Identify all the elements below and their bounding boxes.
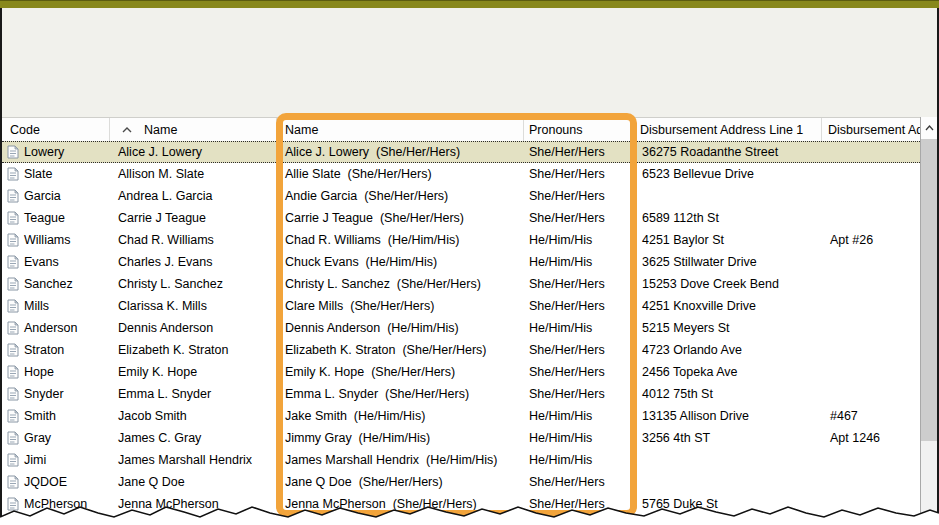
cell-name: Elizabeth K. Straton bbox=[110, 339, 277, 361]
cell-display-name: Dennis Anderson (He/Him/His) bbox=[277, 317, 524, 339]
table-row[interactable]: TeagueCarrie J TeagueCarrie J Teague (Sh… bbox=[2, 207, 920, 229]
table-row[interactable]: HopeEmily K. HopeEmily K. Hope (She/Her/… bbox=[2, 361, 920, 383]
cell-pronouns: She/Her/Hers bbox=[524, 185, 634, 207]
document-icon bbox=[7, 145, 19, 159]
cell-disbursement-address-1: 4251 Knoxville Drive bbox=[634, 295, 822, 317]
cell-disbursement-address-1: 5215 Meyers St bbox=[634, 317, 822, 339]
document-icon bbox=[7, 211, 19, 225]
cell-code: Straton bbox=[2, 339, 110, 361]
cell-display-name: Emma L. Snyder (She/Her/Hers) bbox=[277, 383, 524, 405]
column-header-disbursement-address-1[interactable]: Disbursement Address Line 1 bbox=[634, 118, 822, 141]
cell-disbursement-address-2 bbox=[822, 142, 920, 162]
cell-code: McPherson bbox=[2, 493, 110, 515]
table-row[interactable]: SlateAllison M. SlateAllie Slate (She/He… bbox=[2, 163, 920, 185]
cell-pronouns: She/Her/Hers bbox=[524, 339, 634, 361]
cell-name: Carrie J Teague bbox=[110, 207, 277, 229]
document-icon bbox=[7, 299, 19, 313]
cell-disbursement-address-2 bbox=[822, 361, 920, 383]
table-row[interactable]: LoweryAlice J. LoweryAlice J. Lowery (Sh… bbox=[2, 141, 920, 163]
table-row[interactable]: GrayJames C. GrayJimmy Gray (He/Him/His)… bbox=[2, 427, 920, 449]
table-row[interactable]: SmithJacob SmithJake Smith (He/Him/His)H… bbox=[2, 405, 920, 427]
document-icon bbox=[7, 343, 19, 357]
cell-code: Snyder bbox=[2, 383, 110, 405]
cell-name: Emma L. Snyder bbox=[110, 383, 277, 405]
cell-display-name: Chuck Evans (He/Him/His) bbox=[277, 251, 524, 273]
scrollbar-thumb[interactable] bbox=[921, 139, 937, 441]
cell-display-name: Jane Q Doe (She/Her/Hers) bbox=[277, 471, 524, 493]
cell-disbursement-address-1: 4012 75th St bbox=[634, 383, 822, 405]
document-icon bbox=[7, 475, 19, 489]
document-icon bbox=[7, 255, 19, 269]
column-header-name-sorted[interactable]: Name bbox=[110, 118, 277, 141]
cell-disbursement-address-2 bbox=[822, 273, 920, 295]
cell-code: Teague bbox=[2, 207, 110, 229]
cell-pronouns: She/Her/Hers bbox=[524, 361, 634, 383]
cell-name: Dennis Anderson bbox=[110, 317, 277, 339]
cell-code: Williams bbox=[2, 229, 110, 251]
cell-code: Sanchez bbox=[2, 273, 110, 295]
cell-name: James C. Gray bbox=[110, 427, 277, 449]
cell-disbursement-address-2 bbox=[822, 185, 920, 207]
cell-display-name: Andie Garcia (She/Her/Hers) bbox=[277, 185, 524, 207]
cell-disbursement-address-1: 4723 Orlando Ave bbox=[634, 339, 822, 361]
cell-pronouns: He/Him/His bbox=[524, 251, 634, 273]
cell-display-name: Alice J. Lowery (She/Her/Hers) bbox=[277, 142, 524, 162]
vertical-scrollbar[interactable] bbox=[920, 117, 937, 525]
cell-pronouns: She/Her/Hers bbox=[524, 493, 634, 515]
table-row[interactable]: EvansCharles J. EvansChuck Evans (He/Him… bbox=[2, 251, 920, 273]
cell-display-name: Chad R. Williams (He/Him/His) bbox=[277, 229, 524, 251]
table-row[interactable]: StratonElizabeth K. StratonElizabeth K. … bbox=[2, 339, 920, 361]
cell-code: Evans bbox=[2, 251, 110, 273]
cell-display-name: Carrie J Teague (She/Her/Hers) bbox=[277, 207, 524, 229]
header-panel bbox=[2, 8, 937, 117]
cell-disbursement-address-2: Apt #26 bbox=[822, 229, 920, 251]
document-icon bbox=[7, 321, 19, 335]
table-row[interactable]: MillsClarissa K. MillsClare Mills (She/H… bbox=[2, 295, 920, 317]
cell-disbursement-address-2 bbox=[822, 317, 920, 339]
table-row[interactable]: GarciaAndrea L. GarciaAndie Garcia (She/… bbox=[2, 185, 920, 207]
cell-code: Gray bbox=[2, 427, 110, 449]
column-header-disbursement-address-2[interactable]: Disbursement Ad bbox=[822, 118, 920, 141]
table-row[interactable]: WilliamsChad R. WilliamsChad R. Williams… bbox=[2, 229, 920, 251]
cell-disbursement-address-2 bbox=[822, 471, 920, 493]
cell-pronouns: She/Her/Hers bbox=[524, 471, 634, 493]
cell-name: Chad R. Williams bbox=[110, 229, 277, 251]
cell-display-name: Christy L. Sanchez (She/Her/Hers) bbox=[277, 273, 524, 295]
cell-disbursement-address-1: 3625 Stillwater Drive bbox=[634, 251, 822, 273]
cell-disbursement-address-1 bbox=[634, 185, 822, 207]
table-row[interactable]: SanchezChristy L. SanchezChristy L. Sanc… bbox=[2, 273, 920, 295]
cell-display-name: Jimmy Gray (He/Him/His) bbox=[277, 427, 524, 449]
cell-display-name: Jake Smith (He/Him/His) bbox=[277, 405, 524, 427]
cell-disbursement-address-1: 3256 4th ST bbox=[634, 427, 822, 449]
cell-pronouns: She/Her/Hers bbox=[524, 142, 634, 162]
cell-disbursement-address-1: 6589 112th St bbox=[634, 207, 822, 229]
document-icon bbox=[7, 387, 19, 401]
table-row[interactable]: SnyderEmma L. SnyderEmma L. Snyder (She/… bbox=[2, 383, 920, 405]
cell-display-name: Elizabeth K. Straton (She/Her/Hers) bbox=[277, 339, 524, 361]
column-header-display-name[interactable]: Name bbox=[277, 118, 524, 141]
cell-code: Garcia bbox=[2, 185, 110, 207]
cell-name: Jacob Smith bbox=[110, 405, 277, 427]
cell-display-name: Jenna McPherson (She/Her/Hers) bbox=[277, 493, 524, 515]
cell-disbursement-address-1: 13135 Allison Drive bbox=[634, 405, 822, 427]
table-row[interactable]: JQDOEJane Q DoeJane Q Doe (She/Her/Hers)… bbox=[2, 471, 920, 493]
cell-disbursement-address-2 bbox=[822, 295, 920, 317]
table-row[interactable]: JimiJames Marshall HendrixJames Marshall… bbox=[2, 449, 920, 471]
table-row[interactable]: McPhersonJenna McPhersonJenna McPherson … bbox=[2, 493, 920, 515]
scroll-up-icon[interactable] bbox=[921, 117, 937, 139]
cell-pronouns: She/Her/Hers bbox=[524, 383, 634, 405]
cell-pronouns: He/Him/His bbox=[524, 405, 634, 427]
cell-disbursement-address-2: #467 bbox=[822, 405, 920, 427]
employees-window: Employees for Casablanca ? Options: Pers… bbox=[0, 0, 939, 525]
column-header-code[interactable]: Code bbox=[2, 118, 110, 141]
document-icon bbox=[7, 189, 19, 203]
cell-disbursement-address-1: 15253 Dove Creek Bend bbox=[634, 273, 822, 295]
document-icon bbox=[7, 167, 19, 181]
employees-table: Code Name Name Pronouns Disbursement Add… bbox=[2, 117, 920, 525]
cell-name: Andrea L. Garcia bbox=[110, 185, 277, 207]
cell-display-name: Emily K. Hope (She/Her/Hers) bbox=[277, 361, 524, 383]
cell-code: Lowery bbox=[2, 142, 110, 162]
table-row[interactable]: AndersonDennis AndersonDennis Anderson (… bbox=[2, 317, 920, 339]
column-header-pronouns[interactable]: Pronouns bbox=[524, 118, 634, 141]
cell-disbursement-address-1: 6523 Bellevue Drive bbox=[634, 163, 822, 185]
